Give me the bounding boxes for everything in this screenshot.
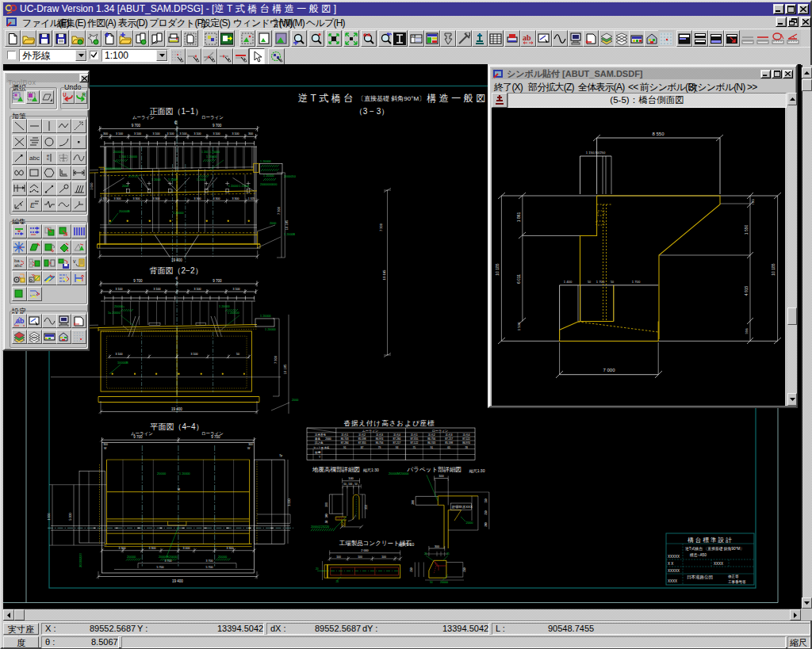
svg-text:¢: ¢	[175, 276, 178, 281]
svg-text:100: 100	[348, 483, 352, 486]
svg-text:3 100: 3 100	[191, 353, 198, 356]
svg-text:1 700: 1 700	[632, 280, 641, 284]
svg-text:3 100: 3 100	[116, 288, 123, 291]
svg-text:91: 91	[343, 446, 347, 449]
svg-text:1 325: 1 325	[248, 197, 255, 200]
svg-text:縮尺1:30: 縮尺1:30	[363, 468, 379, 472]
svg-text:3 100: 3 100	[233, 288, 240, 291]
svg-text:998: 998	[745, 328, 749, 334]
svg-text:3 100: 3 100	[232, 132, 239, 136]
svg-text:20000000000: 20000000000	[105, 167, 121, 170]
svg-text:日本道路公団: 日本道路公団	[687, 575, 713, 580]
svg-text:2000: 2000	[270, 222, 276, 225]
svg-text:250: 250	[410, 567, 413, 572]
svg-text:平面図（4−4）: 平面図（4−4）	[151, 422, 204, 431]
svg-text:87.122: 87.122	[462, 437, 470, 441]
svg-text:M: M	[178, 488, 180, 491]
svg-text:XXXX: XXXX	[714, 562, 723, 566]
svg-text:300: 300	[103, 132, 108, 136]
svg-text:X: X	[319, 451, 321, 454]
svg-text:20: 20	[335, 580, 339, 583]
svg-text:ムーライン: ムーライン	[132, 115, 155, 120]
svg-text:2000: 2000	[466, 521, 474, 525]
svg-text:1a 20000: 1a 20000	[108, 311, 121, 315]
svg-text:250: 250	[463, 567, 466, 572]
svg-text:3 300: 3 300	[119, 547, 126, 550]
svg-text:79: 79	[378, 446, 381, 449]
svg-text:支点2: 支点2	[358, 433, 366, 437]
svg-text:X X: X X	[668, 562, 673, 566]
svg-text:20000: 20000	[440, 581, 448, 584]
svg-text:3 700: 3 700	[165, 559, 172, 563]
svg-text:86.756: 86.756	[376, 441, 384, 445]
svg-text:100: 100	[358, 555, 362, 559]
svg-text:3 100: 3 100	[213, 132, 220, 136]
svg-text:86.743: 86.743	[427, 441, 435, 445]
svg-text:7p: 7p	[279, 454, 282, 457]
svg-text:工事番号等: 工事番号等	[728, 579, 746, 584]
svg-text:200: 200	[485, 522, 488, 527]
svg-text:87: 87	[361, 446, 364, 449]
svg-text:XXXX: XXXX	[668, 579, 677, 583]
svg-text:1 20000: 1 20000	[206, 155, 217, 158]
svg-text:沓据え付け高さおよび座標: 沓据え付け高さおよび座標	[343, 419, 435, 427]
svg-text:3 100: 3 100	[154, 288, 161, 291]
svg-text:2000: 2000	[292, 399, 298, 402]
svg-text:50: 50	[236, 353, 239, 356]
svg-text:支点2: 支点2	[428, 433, 435, 437]
svg-text:10000B: 10000B	[117, 361, 128, 365]
svg-text:R: R	[82, 92, 86, 97]
svg-text:1 20000: 1 20000	[173, 212, 184, 215]
svg-text:86.974: 86.974	[376, 437, 384, 441]
svg-text:10 185: 10 185	[495, 263, 500, 276]
svg-text:橋 台 標 準 設 計: 橋 台 標 準 設 計	[688, 536, 732, 544]
svg-text:3 100: 3 100	[116, 132, 123, 136]
svg-text:300: 300	[103, 443, 108, 446]
svg-text:縮尺1:30: 縮尺1:30	[469, 468, 485, 473]
svg-text:3 000: 3 000	[183, 547, 190, 550]
svg-text:7 300: 7 300	[379, 223, 383, 231]
svg-text:87.122: 87.122	[410, 441, 418, 445]
svg-text:U: U	[63, 92, 67, 97]
svg-text:19 400: 19 400	[172, 579, 183, 583]
svg-text:20000: 20000	[157, 471, 167, 475]
svg-text:ローライン: ローライン	[432, 429, 448, 433]
svg-text:支点3: 支点3	[446, 433, 453, 437]
svg-text:87.284: 87.284	[341, 441, 349, 445]
svg-text:85.598: 85.598	[358, 437, 366, 441]
svg-text:50: 50	[354, 483, 358, 486]
svg-text:300: 300	[248, 132, 253, 136]
svg-text:1 500: 1 500	[517, 322, 521, 330]
svg-text:支点3: 支点3	[376, 433, 383, 437]
svg-text:1 200 1 20000: 1 200 1 20000	[119, 155, 137, 158]
svg-text:XXXXX: XXXXX	[668, 569, 680, 573]
svg-text:ab: ab	[523, 33, 531, 42]
svg-text:1 200500: 1 200500	[228, 311, 239, 315]
svg-text:100: 100	[325, 513, 328, 518]
svg-text:65: 65	[447, 446, 450, 449]
svg-text:7 000: 7 000	[603, 368, 615, 372]
svg-text:300: 300	[412, 500, 415, 505]
svg-text:1 2000: 1 2000	[151, 178, 161, 181]
svg-text:10 185: 10 185	[771, 263, 776, 276]
svg-text:9 700: 9 700	[133, 279, 143, 283]
svg-text:20000E20000: 20000E20000	[159, 555, 178, 559]
svg-text:W: W	[104, 447, 107, 450]
svg-text:3 000: 3 000	[288, 498, 291, 506]
svg-text:20000M20000: 20000M20000	[389, 471, 409, 475]
svg-text:支点1: 支点1	[411, 433, 418, 437]
svg-text:セット量 基準: セット量 基準	[313, 446, 330, 449]
svg-text:9 700: 9 700	[213, 124, 222, 128]
svg-text:W: W	[247, 447, 251, 450]
svg-text:9 700: 9 700	[133, 435, 143, 439]
svg-text:250: 250	[485, 510, 488, 515]
svg-text:20000: 20000	[218, 555, 228, 559]
svg-text:85.598: 85.598	[445, 441, 453, 445]
svg-text:91: 91	[430, 446, 433, 449]
svg-text:10 185: 10 185	[285, 220, 289, 230]
svg-text:3 300: 3 300	[213, 197, 220, 200]
svg-text:支点4: 支点4	[463, 433, 470, 437]
svg-text:86.743: 86.743	[341, 437, 349, 441]
svg-text:19 400: 19 400	[171, 407, 182, 411]
svg-text:20000000000: 20000000000	[260, 183, 277, 186]
